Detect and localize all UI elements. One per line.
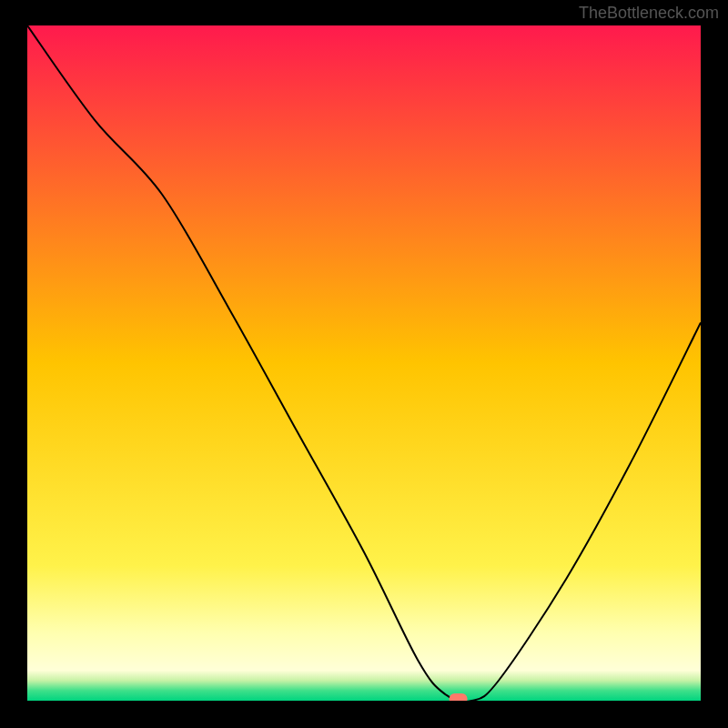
bottleneck-chart: [27, 25, 701, 701]
gradient-background: [27, 25, 701, 701]
plot-area: [27, 25, 701, 701]
watermark-text: TheBottleneck.com: [579, 4, 719, 23]
chart-container: TheBottleneck.com: [0, 0, 728, 728]
optimal-marker: [450, 693, 468, 701]
